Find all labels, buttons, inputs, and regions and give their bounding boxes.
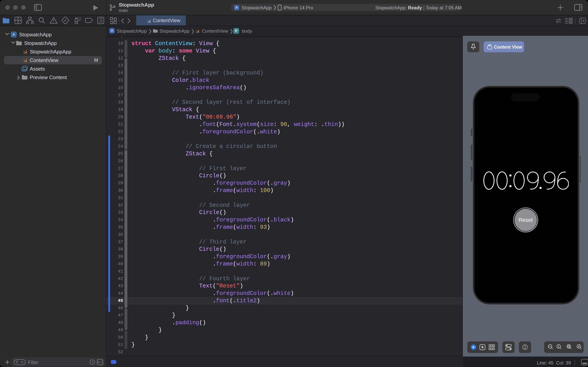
svg-text:1: 1 <box>558 345 559 348</box>
